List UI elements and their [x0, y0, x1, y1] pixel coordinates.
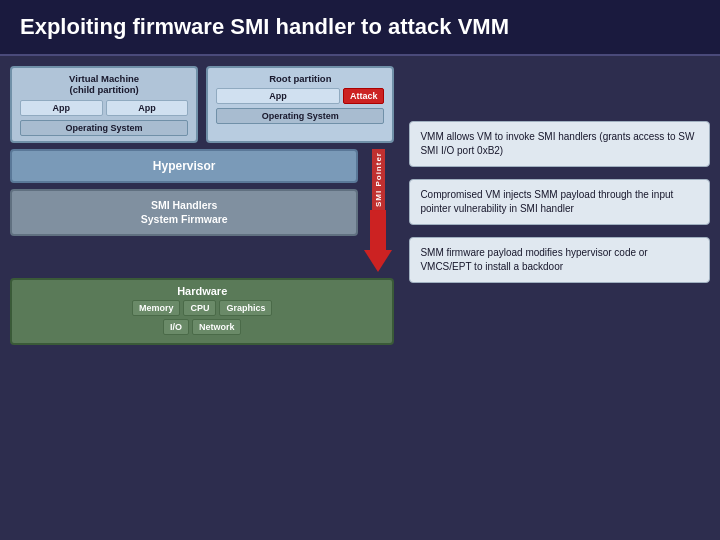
root-partition-label: Root partition [216, 73, 384, 84]
hw-row-1: Memory CPU Graphics [18, 300, 386, 316]
hw-io: I/O [163, 319, 189, 335]
child-vm-app2: App [106, 100, 189, 116]
root-partition-apps: App Attack [216, 88, 384, 104]
hw-cpu: CPU [183, 300, 216, 316]
smi-handlers-label: SMI HandlersSystem Firmware [141, 199, 228, 226]
slide: Exploiting firmware SMI handler to attac… [0, 0, 720, 540]
hw-row-2: I/O Network [18, 319, 386, 335]
hw-graphics: Graphics [219, 300, 272, 316]
child-vm-app1: App [20, 100, 103, 116]
root-app: App [216, 88, 340, 104]
child-vm-label: Virtual Machine(child partition) [20, 73, 188, 96]
callout-1: VMM allows VM to invoke SMI handlers (gr… [409, 121, 710, 167]
child-vm-apps: App App [20, 100, 188, 116]
slide-title: Exploiting firmware SMI handler to attac… [0, 0, 720, 56]
right-callouts: VMM allows VM to invoke SMI handlers (gr… [409, 66, 710, 283]
attack-chip: Attack [343, 88, 385, 104]
hw-network: Network [192, 319, 242, 335]
hypervisor-box: Hypervisor [10, 149, 358, 183]
smi-pointer-label: SMI Pointer [372, 149, 385, 210]
right-panel: VMM allows VM to invoke SMI handlers (gr… [404, 66, 710, 528]
hardware-label: Hardware [18, 285, 386, 297]
hypervisor-smi-section: Hypervisor SMI HandlersSystem Firmware S… [10, 149, 394, 272]
hyp-and-smi: Hypervisor SMI HandlersSystem Firmware [10, 149, 358, 236]
child-vm-box: Virtual Machine(child partition) App App… [10, 66, 198, 143]
smi-handlers-box: SMI HandlersSystem Firmware [10, 189, 358, 236]
top-row: Virtual Machine(child partition) App App… [10, 66, 394, 143]
hw-memory: Memory [132, 300, 181, 316]
root-os: Operating System [216, 108, 384, 124]
left-panel: Virtual Machine(child partition) App App… [10, 66, 394, 528]
diagram: Virtual Machine(child partition) App App… [10, 66, 394, 345]
content-area: Virtual Machine(child partition) App App… [0, 56, 720, 538]
hardware-section: Hardware Memory CPU Graphics I/O Network [10, 278, 394, 345]
callout-2: Compromised VM injects SMM payload throu… [409, 179, 710, 225]
smi-pointer-col: SMI Pointer [362, 149, 394, 272]
callout-3: SMM firmware payload modifies hypervisor… [409, 237, 710, 283]
red-arrow [364, 210, 392, 272]
arrow-body [370, 210, 386, 250]
arrow-head [364, 250, 392, 272]
child-vm-os: Operating System [20, 120, 188, 136]
root-partition-box: Root partition App Attack Operating Syst… [206, 66, 394, 143]
